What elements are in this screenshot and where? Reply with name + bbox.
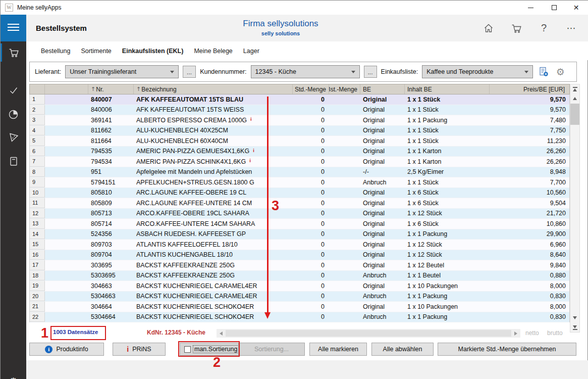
more-button[interactable]: ⋯: [558, 15, 585, 41]
cell-bezeichnung: AMERIC PAN-PIZZA SCHINK4X1,6KGi: [134, 157, 293, 167]
tab-bestellung[interactable]: Bestellung: [41, 48, 70, 55]
einkaufsliste-value: Kaffee und Teeprodukte: [426, 68, 493, 75]
produktinfo-button[interactable]: i Produktinfo: [29, 343, 104, 356]
table-row[interactable]: 17303695BACKST KAFFEEKRAENZE 250G0Origin…: [30, 260, 569, 271]
cell-preis: 8,000: [490, 302, 570, 312]
header-cart-button[interactable]: [502, 15, 530, 41]
list-settings-button[interactable]: ⚙: [554, 66, 566, 78]
arrow-right-icon[interactable]: [514, 331, 517, 336]
uebernehmen-button[interactable]: Markierte Std.-Menge übernehmen: [438, 343, 576, 356]
table-row[interactable]: 15809703ATLANTIS KAFFEELOEFFEL 18/100Ori…: [30, 240, 569, 250]
cell-preis: 0,880: [490, 271, 570, 281]
scroll-to-top-button[interactable]: [570, 84, 579, 93]
table-row[interactable]: 7794534AMERIC PAN-PIZZA SCHINK4X1,6KGi0O…: [30, 157, 569, 167]
horizontal-scrollbar[interactable]: [217, 329, 520, 338]
header-inhalt-be[interactable]: Inhalt BE: [405, 84, 490, 94]
tab-sortimente[interactable]: Sortimente: [81, 48, 111, 55]
cell-bezeichnung: ASBACH RUEDESH. KAFFEESET GP: [134, 229, 293, 240]
maximize-button[interactable]: [543, 1, 565, 15]
cell-nr: 809704: [88, 250, 134, 260]
scroll-up-button[interactable]: [570, 93, 579, 104]
cell-std-menge: 0: [293, 126, 329, 136]
close-button[interactable]: ✕: [565, 1, 587, 15]
pie-chart-icon: [8, 108, 20, 120]
cell-be: Original: [360, 115, 405, 125]
cell-inhalt-be: 1 x 1 Packung: [405, 229, 490, 240]
tab-lager[interactable]: Lager: [243, 48, 259, 55]
sidebar-item-settings[interactable]: ⚙: [1, 371, 26, 379]
kundennummer-browse-button[interactable]: ...: [364, 66, 377, 78]
title-bar: W Meine sellyApps ✕: [1, 1, 588, 15]
scroll-to-bottom-button[interactable]: [570, 323, 579, 332]
new-list-button[interactable]: [538, 66, 550, 78]
cell-marker: [45, 157, 88, 167]
book-icon: [8, 155, 20, 167]
header-bezeichnung[interactable]: ↑Bezeichnung: [134, 84, 293, 94]
vertical-scrollbar[interactable]: [570, 84, 580, 333]
tab-meine-belege[interactable]: Meine Belege: [194, 48, 232, 55]
table-row[interactable]: 8951Apfelgelee mit Mandeln und Apfelstüc…: [30, 167, 569, 178]
scroll-down-button[interactable]: [570, 313, 579, 323]
help-button[interactable]: ?: [530, 15, 558, 41]
header-preis[interactable]: Preis/BE [EUR]: [490, 84, 570, 94]
kundennummer-select[interactable]: 12345 - Küche: [251, 65, 360, 78]
table-row[interactable]: 95794151APFELKUCHEN+STREUS.GESN.1800 G0A…: [30, 177, 569, 188]
prins-button[interactable]: i PRiNS: [113, 343, 166, 356]
lieferant-select[interactable]: Unser Trainingslieferant: [65, 65, 179, 78]
netto-label[interactable]: netto: [525, 329, 539, 337]
table-row[interactable]: 21304664BACKST KUCHENRIEGEL SCHOKO4ER0Or…: [30, 302, 569, 312]
table-row[interactable]: 5811664ALU-KUCHENBLECH 60X40CM0Original1…: [30, 136, 569, 147]
header-be[interactable]: BE: [360, 84, 405, 94]
cell-rownum: 8: [30, 167, 45, 177]
horizontal-scrollbar-thumb[interactable]: [226, 330, 511, 337]
sidebar-item-pie-chart[interactable]: [1, 104, 26, 124]
header-nr[interactable]: ↑Nr.: [88, 84, 134, 94]
cell-marker: [45, 240, 88, 250]
cell-be: Original: [360, 198, 405, 208]
cell-marker: [45, 198, 88, 208]
table-row[interactable]: 10805810ARC.LAGUNE KAFFEE-OBERE 19 CL0Or…: [30, 188, 569, 199]
arrow-left-icon[interactable]: [220, 331, 223, 336]
table-row[interactable]: 16809704ATLANTIS KUCHENGABEL 18/100Origi…: [30, 250, 569, 261]
table-row[interactable]: 225304664BACKST KUCHENRIEGEL SCHOKO4ER0A…: [30, 312, 569, 323]
brutto-label[interactable]: brutto: [547, 329, 563, 337]
alle-abwaehlen-button[interactable]: Alle abwählen: [371, 343, 434, 356]
vertical-scrollbar-thumb[interactable]: [570, 104, 579, 125]
sidebar-item-check[interactable]: [1, 80, 26, 101]
header-bst-menge[interactable]: Bst.-Menge: [329, 84, 360, 94]
table-row[interactable]: 185303695BACKST KAFFEEKRAENZE 250G0Anbru…: [30, 271, 569, 281]
table-row[interactable]: 205304663BACKST KUCHENRIEGEL CARAMEL4ER0…: [30, 292, 569, 302]
sidebar-item-pizza[interactable]: [1, 127, 26, 148]
einkaufsliste-select[interactable]: Kaffee und Teeprodukte: [422, 65, 533, 78]
alle-markieren-button[interactable]: Alle markieren: [309, 343, 367, 356]
table-header: ↑Nr. ↑Bezeichnung Std.-Menge Bst.-Menge …: [29, 84, 570, 94]
menu-button[interactable]: [1, 15, 26, 41]
sortierung-button[interactable]: Sortierung...: [238, 343, 305, 356]
sidebar-item-book[interactable]: [1, 151, 26, 171]
sidebar-item-cart[interactable]: [1, 42, 26, 63]
sidebar: ⚙: [1, 15, 26, 379]
annotation-step-1: 1: [41, 326, 48, 340]
tab-einkaufslisten-ekl[interactable]: Einkaufslisten (EKL): [122, 48, 184, 55]
table-row[interactable]: 12805713ARCO.KAFFEE-OBERE 19CL SAHARA0Or…: [30, 209, 569, 219]
cell-std-menge: 0: [293, 250, 329, 260]
minimize-button[interactable]: [519, 1, 542, 15]
table-row[interactable]: 6794535AMERIC PAN-PIZZA GEMUES4X1,6KGi0O…: [30, 147, 569, 157]
table-row[interactable]: 19304663BACKST KUCHENRIEGEL CARAMEL4ER0O…: [30, 281, 569, 292]
table-row[interactable]: 1840007AFK KAFFEEAUTOMAT 15TS BLAU0Origi…: [30, 94, 569, 105]
table-row[interactable]: 11805809ARC.LAGUNE KAFFEE-UNTERE 14 CM0O…: [30, 198, 569, 209]
table-row[interactable]: 14524356ASBACH RUEDESH. KAFFEESET GP0Ori…: [30, 229, 569, 240]
einkaufsliste-label: Einkaufsliste:: [381, 68, 418, 75]
cell-nr: 805809: [88, 198, 134, 208]
table-row[interactable]: 13805714ARCO.KAFFEE-UNTERE 14CM SAHARA0O…: [30, 219, 569, 229]
table-row[interactable]: 3369141ALBERTO ESPRESSO CREMA 1000Gi0Ori…: [30, 115, 569, 126]
cell-bezeichnung: BACKST KUCHENRIEGEL CARAMEL4ER: [134, 292, 293, 302]
scroll-bottom-icon: [573, 325, 577, 328]
lieferant-browse-button[interactable]: ...: [183, 66, 196, 78]
home-button[interactable]: [474, 15, 502, 41]
header-std-menge[interactable]: Std.-Menge: [293, 84, 329, 94]
table-row[interactable]: 4811662ALU-KUCHENBLECH 40X25CM0Original1…: [30, 126, 569, 136]
cell-inhalt-be: 1 x 1 Karton: [405, 147, 490, 157]
table-row[interactable]: 2840006AFK KAFFEEAUTOMAT 15TS WEISS0Orig…: [30, 105, 569, 116]
annotation-arrow-head-icon: [264, 312, 271, 319]
